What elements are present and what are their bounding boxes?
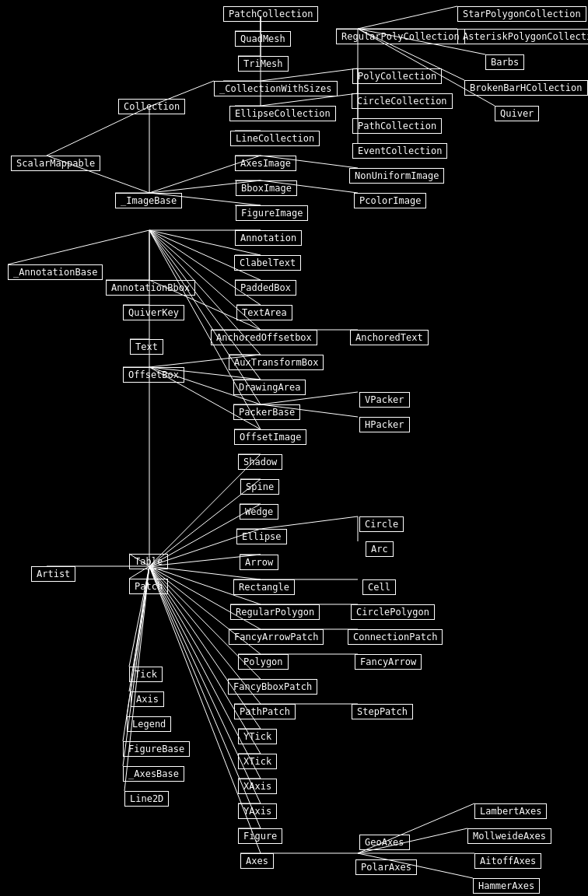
node-circlepolygon: CirclePolygon <box>351 604 435 620</box>
node-fancyarrow: FancyArrow <box>355 654 422 670</box>
node-brokenbarhcollection: BrokenBarHCollection <box>464 80 588 96</box>
node-auxtransformbox: AuxTransformBox <box>229 355 324 370</box>
node-arrow: Arrow <box>240 555 278 570</box>
node-textarea: TextArea <box>236 305 292 320</box>
node-pathpatch: PathPatch <box>234 704 296 719</box>
node-xtick: XTick <box>238 754 277 769</box>
node-circle: Circle <box>359 516 404 532</box>
node-hpacker: HPacker <box>359 417 410 432</box>
node-yaxis: YAxis <box>238 803 277 819</box>
node--axesbase: _AxesBase <box>123 766 184 782</box>
node-vpacker: VPacker <box>359 392 410 408</box>
node-regularpolygon: RegularPolygon <box>230 604 320 620</box>
svg-line-12 <box>358 6 457 29</box>
node-scalarmappable: ScalarMappable <box>11 156 100 171</box>
node-cell: Cell <box>362 579 396 595</box>
node-ytick: YTick <box>238 729 277 744</box>
node-axesimage: AxesImage <box>235 156 296 171</box>
node-figurebase: FigureBase <box>123 741 190 757</box>
node-pathcollection: PathCollection <box>352 118 442 134</box>
node-quiverkey: QuiverKey <box>123 305 184 320</box>
node-axis: Axis <box>131 691 164 707</box>
node-regularpolycollection: RegularPolyCollection <box>336 29 465 44</box>
node-collection: Collection <box>118 99 185 114</box>
node-annotationbbox: AnnotationBbox <box>106 280 195 296</box>
node-polycollection: PolyCollection <box>352 68 442 84</box>
node-arc: Arc <box>366 541 394 557</box>
node-fancyarrowpatch: FancyArrowPatch <box>229 629 324 645</box>
node-steppatch: StepPatch <box>352 704 413 719</box>
node-fancybboxpatch: FancyBboxPatch <box>228 679 317 695</box>
node-xaxis: XAxis <box>238 779 277 794</box>
node-patchcollection: PatchCollection <box>223 6 318 22</box>
node-line2d: Line2D <box>124 791 169 807</box>
node-quadmesh: QuadMesh <box>235 31 291 47</box>
node-pcolorimage: PcolorImage <box>354 193 426 208</box>
node-bboximage: BboxImage <box>236 180 297 196</box>
node-lambertaxes: LambertAxes <box>474 803 547 819</box>
node-figureimage: FigureImage <box>236 205 308 221</box>
svg-line-101 <box>8 230 149 264</box>
node-shadow: Shadow <box>238 454 282 470</box>
node-tick: Tick <box>129 667 163 682</box>
node-spine: Spine <box>240 479 279 495</box>
node-circlecollection: CircleCollection <box>352 93 453 109</box>
node-geoaxes: GeoAxes <box>359 835 410 850</box>
node-ellipsecollection: EllipseCollection <box>229 106 336 121</box>
node-wedge: Wedge <box>240 504 278 520</box>
node--collectionwithsizes: _CollectionWithSizes <box>214 81 338 96</box>
node-asteriskpolygoncollection: AsteriskPolygonCollection <box>457 29 588 44</box>
node-figure: Figure <box>238 828 282 844</box>
node--annotationbase: _AnnotationBase <box>8 264 103 280</box>
node-drawingarea: DrawingArea <box>233 380 306 395</box>
node-quiver: Quiver <box>495 106 539 121</box>
node-artist: Artist <box>31 566 75 582</box>
node-axes: Axes <box>240 853 274 869</box>
node-aitoffaxes: AitoffAxes <box>474 853 541 869</box>
node-barbs: Barbs <box>485 54 524 70</box>
node-ellipse: Ellipse <box>236 529 287 544</box>
node-trimesh: TriMesh <box>238 56 289 72</box>
node-clabeltext: ClabelText <box>234 255 301 271</box>
node-mollweideaxes: MollweideAxes <box>467 828 551 844</box>
node-connectionpatch: ConnectionPatch <box>348 629 443 645</box>
node-rectangle: Rectangle <box>233 579 295 595</box>
node-anchoredtext: AnchoredText <box>350 330 429 345</box>
node-polaraxes: PolarAxes <box>355 859 417 875</box>
node--imagebase: _ImageBase <box>115 193 182 208</box>
node-table: Table <box>129 554 168 569</box>
node-text: Text <box>130 339 163 355</box>
node-legend: Legend <box>127 716 171 732</box>
node-eventcollection: EventCollection <box>352 143 447 159</box>
node-hammeraxes: HammerAxes <box>473 878 540 894</box>
node-nonuniformimage: NonUniformImage <box>349 168 444 184</box>
node-annotation: Annotation <box>235 230 302 246</box>
node-packerbase: PackerBase <box>233 404 300 420</box>
node-offsetbox: OffsetBox <box>123 367 184 383</box>
node-polygon: Polygon <box>238 654 289 670</box>
node-patch: Patch <box>129 579 168 594</box>
node-anchoredoffsetbox: AnchoredOffsetbox <box>211 330 317 345</box>
node-linecollection: LineCollection <box>230 131 320 146</box>
node-starpolygoncollection: StarPolygonCollection <box>457 6 586 22</box>
node-offsetimage: OffsetImage <box>234 429 306 445</box>
node-paddedbox: PaddedBox <box>235 280 296 296</box>
